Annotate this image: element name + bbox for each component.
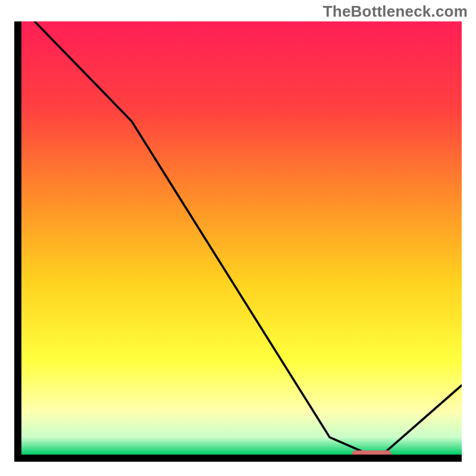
curve-layer	[21, 21, 462, 455]
chart-canvas: TheBottleneck.com	[0, 0, 476, 476]
watermark-text: TheBottleneck.com	[323, 2, 468, 21]
optimal-range-marker	[352, 450, 392, 455]
bottleneck-curve	[35, 21, 462, 455]
plot-frame	[14, 21, 462, 462]
plot-area	[21, 21, 462, 455]
